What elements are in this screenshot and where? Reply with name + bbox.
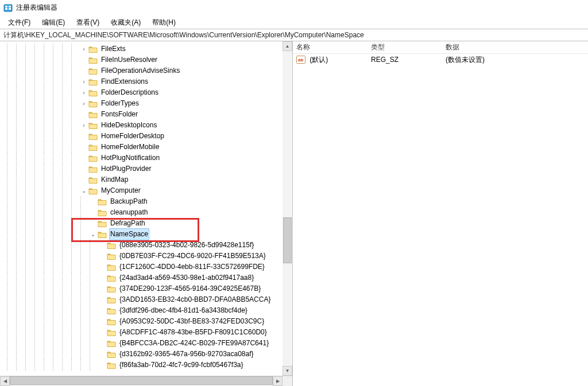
tree-node-label: {088e3905-0323-4b02-9826-5d99428e115f} <box>118 240 255 251</box>
tree-node-label: FileInUseResolver <box>100 54 158 65</box>
registry-tree[interactable]: ›FileExtsFileInUseResolverFileOperationA… <box>0 41 292 371</box>
address-bar[interactable]: 计算机\HKEY_LOCAL_MACHINE\SOFTWARE\Microsof… <box>0 29 588 41</box>
tree-expander-none <box>99 351 106 358</box>
scroll-down-button[interactable]: ▼ <box>283 366 292 376</box>
chevron-right-icon[interactable]: › <box>80 46 87 53</box>
chevron-right-icon[interactable]: › <box>80 89 87 96</box>
tree-node[interactable]: {088e3905-0323-4b02-9826-5d99428e115f} <box>7 240 292 251</box>
list-header: 名称 类型 数据 <box>293 41 588 54</box>
tree-node[interactable]: KindMap <box>7 174 292 185</box>
tree-node[interactable]: FileInUseResolver <box>7 54 292 65</box>
tree-node[interactable]: FileOperationAdviseSinks <box>7 65 292 76</box>
tree-vertical-scrollbar[interactable]: ▲ ▼ <box>283 41 292 376</box>
chevron-down-icon[interactable]: ⌄ <box>80 188 87 194</box>
tree-node[interactable]: {A8CDFF1C-4878-43be-B5FD-F8091C1C60D0} <box>7 327 292 338</box>
tree-node-label: {1CF1260C-4DD0-4ebb-811F-33C572699FDE} <box>118 262 266 272</box>
tree-expander-none <box>99 253 106 260</box>
tree-node[interactable]: HomeFolderDesktop <box>7 131 292 142</box>
tree-node-label: FolderDescriptions <box>100 87 160 98</box>
tree-node[interactable]: HotPlugProvider <box>7 163 292 174</box>
list-row[interactable]: ab (默认) REG_SZ (数值未设置) <box>293 54 588 65</box>
scroll-up-button[interactable]: ▲ <box>283 41 292 51</box>
tree-node[interactable]: ›FileExts <box>7 44 292 54</box>
header-name[interactable]: 名称 <box>293 42 368 52</box>
tree-node[interactable]: ›FolderTypes <box>7 98 292 109</box>
tree-node-label: {374DE290-123F-4565-9164-39C4925E467B} <box>118 283 262 294</box>
tree-node[interactable]: {3ADD1653-EB32-4cb0-BBD7-DFA0ABB5ACCA} <box>7 294 292 305</box>
svg-rect-2 <box>5 8 7 10</box>
tree-node[interactable]: ⌄MyComputer <box>7 185 292 196</box>
tree-node[interactable]: {d3162b92-9365-467a-956b-92703aca08af} <box>7 349 292 360</box>
tree-expander-none <box>99 242 106 249</box>
tree-node-label: FileOperationAdviseSinks <box>100 65 181 76</box>
tree-node-label: NameSpace <box>109 228 149 240</box>
h-scroll-track[interactable] <box>10 376 273 386</box>
tree-pane: ›FileExtsFileInUseResolverFileOperationA… <box>0 41 293 386</box>
tree-node[interactable]: HomeFolderMobile <box>7 142 292 153</box>
values-pane: 名称 类型 数据 ab (默认) REG_SZ (数值未设置) <box>293 41 588 386</box>
folder-icon <box>98 198 107 206</box>
tree-expander-none <box>80 111 87 118</box>
tree-node[interactable]: {3dfdf296-dbec-4fb4-81d1-6a3438bcf4de} <box>7 305 292 316</box>
string-value-icon: ab <box>296 56 305 64</box>
tree-node[interactable]: {374DE290-123F-4565-9164-39C4925E467B} <box>7 283 292 294</box>
tree-node[interactable]: {1CF1260C-4DD0-4ebb-811F-33C572699FDE} <box>7 262 292 272</box>
tree-node-label: HomeFolderMobile <box>100 142 160 153</box>
folder-icon <box>107 252 116 260</box>
folder-icon <box>107 340 116 348</box>
tree-node[interactable]: {A0953C92-50DC-43bf-BE83-3742FED03C9C} <box>7 316 292 327</box>
tree-node[interactable]: BackupPath <box>7 196 292 207</box>
folder-icon <box>88 111 98 119</box>
tree-node[interactable]: DefragPath <box>7 218 292 229</box>
tree-node[interactable]: ›HideDesktopIcons <box>7 120 292 131</box>
chevron-right-icon[interactable]: › <box>80 100 87 107</box>
tree-node[interactable]: {B4BFCC3A-DB2C-424C-B029-7FE99A87C641} <box>7 338 292 349</box>
tree-node[interactable]: FontsFolder <box>7 109 292 120</box>
tree-node-label: DefragPath <box>109 218 146 229</box>
chevron-right-icon[interactable]: › <box>80 79 87 85</box>
tree-node[interactable]: {24ad3ad4-a569-4530-98e1-ab02f9417aa8} <box>7 272 292 283</box>
tree-node[interactable]: {f86fa3ab-70d2-4fc7-9c99-fcbf05467f3a} <box>7 360 292 371</box>
scroll-right-button[interactable]: ▶ <box>273 376 283 386</box>
tree-node[interactable]: cleanuppath <box>7 207 292 218</box>
tree-node-label: FontsFolder <box>100 109 139 120</box>
header-data[interactable]: 数据 <box>442 42 588 52</box>
tree-node-label: FolderTypes <box>100 98 140 109</box>
tree-expander-none <box>99 318 106 325</box>
menu-help[interactable]: 帮助(H) <box>146 17 181 29</box>
tree-node[interactable]: ›FolderDescriptions <box>7 87 292 98</box>
folder-icon <box>107 361 116 369</box>
tree-expander-none <box>80 68 87 75</box>
folder-icon <box>88 89 98 97</box>
folder-icon <box>88 176 98 184</box>
menu-file[interactable]: 文件(F) <box>2 17 36 29</box>
scroll-thumb[interactable] <box>283 217 292 263</box>
tree-node[interactable]: HotPlugNotification <box>7 153 292 163</box>
folder-icon <box>107 263 116 271</box>
h-scroll-thumb[interactable] <box>10 376 273 385</box>
tree-node-label: HideDesktopIcons <box>100 120 158 131</box>
menu-edit[interactable]: 编辑(E) <box>36 17 71 29</box>
tree-expander-none <box>80 166 87 173</box>
tree-node[interactable]: ›FindExtensions <box>7 76 292 87</box>
tree-node[interactable]: {0DB7E03F-FC29-4DC6-9020-FF41B59E513A} <box>7 251 292 262</box>
menu-favorites[interactable]: 收藏夹(A) <box>105 17 146 29</box>
folder-icon <box>107 318 116 326</box>
chevron-right-icon[interactable]: › <box>80 122 87 129</box>
tree-node[interactable]: ⌄NameSpace <box>7 229 292 240</box>
tree-expander-none <box>80 155 87 162</box>
scroll-left-button[interactable]: ◀ <box>0 376 10 386</box>
scroll-track[interactable] <box>283 51 292 366</box>
header-type[interactable]: 类型 <box>368 42 442 52</box>
folder-icon <box>107 296 116 304</box>
folder-icon <box>88 132 98 141</box>
tree-node-label: HotPlugNotification <box>100 153 161 163</box>
chevron-down-icon[interactable]: ⌄ <box>90 231 96 238</box>
tree-node-label: {3dfdf296-dbec-4fb4-81d1-6a3438bcf4de} <box>118 305 249 316</box>
scrollbar-corner <box>283 376 292 386</box>
tree-horizontal-scrollbar[interactable]: ◀ ▶ <box>0 376 283 386</box>
folder-icon <box>98 231 107 239</box>
tree-expander-none <box>99 307 106 314</box>
menu-view[interactable]: 查看(V) <box>71 17 105 29</box>
folder-icon <box>88 143 98 151</box>
